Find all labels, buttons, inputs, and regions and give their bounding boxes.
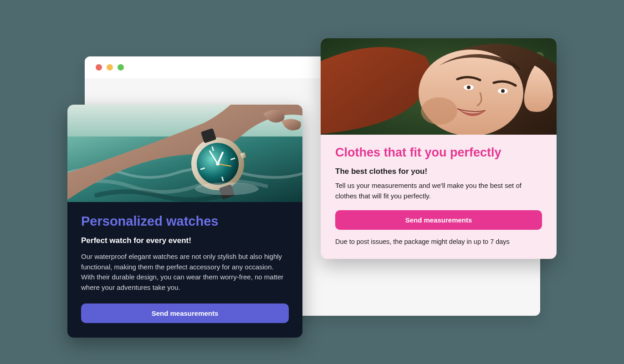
clothes-card-subtitle: The best clothes for you! (335, 167, 542, 176)
watches-card-image (67, 105, 302, 202)
svg-point-6 (467, 86, 471, 89)
svg-point-8 (501, 89, 505, 93)
clothes-card-note: Due to post issues, the package might de… (335, 238, 542, 245)
watches-card-subtitle: Perfect watch for every event! (81, 236, 289, 245)
clothes-card: Clothes that fit you perfectly The best … (321, 38, 557, 259)
maximize-icon[interactable] (118, 64, 124, 71)
send-measurements-button[interactable]: Send measurements (335, 210, 542, 230)
send-measurements-button[interactable]: Send measurements (81, 303, 289, 323)
minimize-icon[interactable] (107, 64, 113, 71)
close-icon[interactable] (96, 64, 102, 71)
svg-point-24 (195, 182, 259, 195)
watches-card-title: Personalized watches (81, 214, 289, 229)
svg-point-4 (421, 97, 457, 125)
watches-card-body: Personalized watches Perfect watch for e… (67, 202, 302, 338)
clothes-card-image (321, 38, 557, 135)
clothes-card-body: Clothes that fit you perfectly The best … (321, 135, 557, 259)
clothes-card-description: Tell us your measurements and we'll make… (335, 181, 542, 201)
watches-card: Personalized watches Perfect watch for e… (67, 105, 302, 338)
watches-card-description: Our waterproof elegant watches are not o… (81, 252, 289, 293)
clothes-card-title: Clothes that fit you perfectly (335, 146, 542, 160)
